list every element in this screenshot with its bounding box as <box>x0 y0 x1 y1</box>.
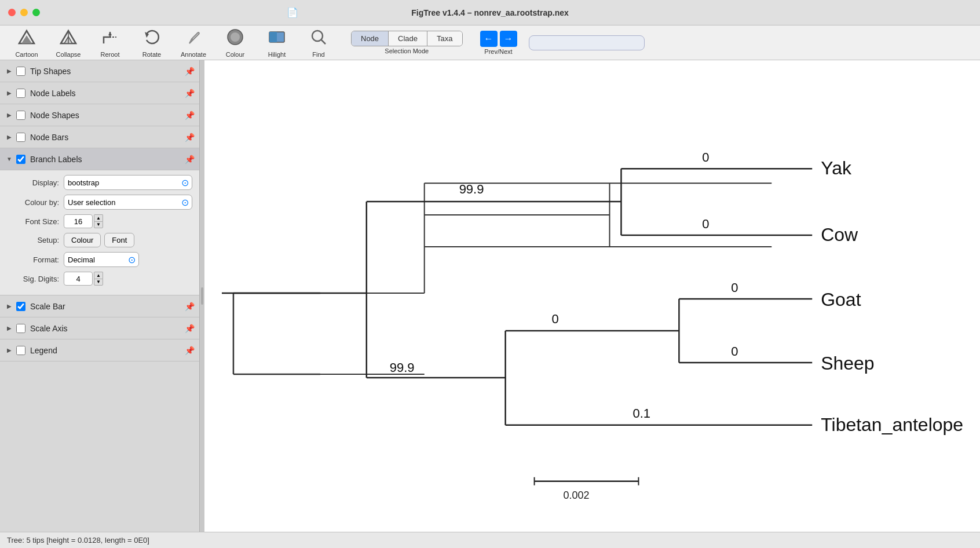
minimize-button[interactable] <box>20 9 28 16</box>
selection-mode-node[interactable]: Node <box>352 31 389 46</box>
taxon-cow: Cow <box>821 224 858 245</box>
expand-branch-labels[interactable]: ▼ <box>5 155 14 164</box>
maximize-button[interactable] <box>32 9 40 16</box>
label-node-shapes: Node Shapes <box>30 111 185 120</box>
sidebar: ▶ Tip Shapes 📌 ▶ Node Labels 📌 ▶ Node Sh… <box>0 60 200 532</box>
panel-row-setup: Setup: Colour Font <box>7 233 192 247</box>
format-label: Format: <box>7 255 59 264</box>
find-label: Find <box>312 51 324 58</box>
branch-labels-panel: Display: bootstrap posterior label ⊙ Col… <box>0 170 199 295</box>
toolbar: Cartoon Collapse Reroot Rotate Annotate … <box>0 25 980 60</box>
prev-button[interactable]: ← <box>480 31 498 47</box>
hilight-tool[interactable]: Hilight <box>256 26 298 60</box>
display-select-wrapper: bootstrap posterior label ⊙ <box>64 175 192 190</box>
rotate-icon <box>142 27 162 50</box>
branch-label-0-yak: 0 <box>702 150 709 165</box>
divider-handle <box>201 287 203 305</box>
panel-row-font-size: Font Size: ▲ ▼ <box>7 214 192 228</box>
colour-tool[interactable]: Colour <box>214 26 256 60</box>
expand-node-bars[interactable]: ▶ <box>5 133 14 142</box>
taxon-tibetan: Tibetan_antelope <box>821 414 963 435</box>
expand-scale-bar[interactable]: ▶ <box>5 302 14 311</box>
label-scale-axis: Scale Axis <box>30 324 185 333</box>
vertical-divider[interactable] <box>200 60 204 532</box>
font-size-down[interactable]: ▼ <box>94 221 103 228</box>
checkbox-node-shapes[interactable] <box>16 111 25 120</box>
main-content: ▶ Tip Shapes 📌 ▶ Node Labels 📌 ▶ Node Sh… <box>0 60 980 532</box>
expand-node-shapes[interactable]: ▶ <box>5 111 14 120</box>
reroot-tool[interactable]: Reroot <box>89 26 131 60</box>
font-size-label: Font Size: <box>7 217 59 226</box>
checkbox-legend[interactable] <box>16 346 25 355</box>
font-button[interactable]: Font <box>104 233 134 247</box>
cartoon-tool[interactable]: Cartoon <box>6 26 47 60</box>
pin-legend[interactable]: 📌 <box>185 346 195 355</box>
search-input[interactable] <box>529 35 645 50</box>
pin-node-bars[interactable]: 📌 <box>185 133 195 142</box>
hilight-icon <box>267 27 287 50</box>
sidebar-scroll: ▶ Tip Shapes 📌 ▶ Node Labels 📌 ▶ Node Sh… <box>0 60 199 532</box>
rotate-tool[interactable]: Rotate <box>131 26 173 60</box>
display-select[interactable]: bootstrap posterior label <box>64 175 192 190</box>
sidebar-row-scale-axis: ▶ Scale Axis 📌 <box>0 317 199 339</box>
scale-bar-label: 0.002 <box>564 489 590 501</box>
sidebar-row-scale-bar: ▶ Scale Bar 📌 <box>0 295 199 317</box>
format-select[interactable]: Decimal Scientific Integer <box>64 252 139 267</box>
reroot-icon <box>100 27 120 50</box>
colour-button[interactable]: Colour <box>64 233 101 247</box>
colour-icon <box>225 27 245 50</box>
sidebar-row-legend: ▶ Legend 📌 <box>0 339 199 361</box>
pin-branch-labels[interactable]: 📌 <box>185 155 195 164</box>
checkbox-scale-axis[interactable] <box>16 324 25 333</box>
sig-digits-down[interactable]: ▼ <box>94 279 103 286</box>
close-button[interactable] <box>8 9 16 16</box>
reroot-label: Reroot <box>100 51 119 58</box>
svg-line-12 <box>321 39 326 44</box>
format-select-wrapper: Decimal Scientific Integer ⊙ <box>64 252 139 267</box>
sidebar-row-node-bars: ▶ Node Bars 📌 <box>0 126 199 148</box>
doc-icon: 📄 <box>287 7 298 18</box>
font-size-stepper: ▲ ▼ <box>94 214 103 228</box>
checkbox-scale-bar[interactable] <box>16 302 25 311</box>
expand-legend[interactable]: ▶ <box>5 346 14 355</box>
expand-node-labels[interactable]: ▶ <box>5 89 14 98</box>
taxon-goat: Goat <box>821 289 861 310</box>
sidebar-row-branch-labels: ▼ Branch Labels 📌 <box>0 148 199 170</box>
checkbox-tip-shapes[interactable] <box>16 67 25 76</box>
annotate-label: Annotate <box>181 51 206 58</box>
hilight-label: Hilight <box>268 51 286 58</box>
cartoon-icon <box>17 27 36 50</box>
prev-next-buttons: ← → <box>480 31 517 47</box>
pin-scale-bar[interactable]: 📌 <box>185 302 195 311</box>
window-controls <box>8 9 40 16</box>
pin-node-labels[interactable]: 📌 <box>185 89 195 98</box>
pin-scale-axis[interactable]: 📌 <box>185 324 195 333</box>
sig-digits-up[interactable]: ▲ <box>94 272 103 279</box>
checkbox-node-bars[interactable] <box>16 133 25 142</box>
expand-scale-axis[interactable]: ▶ <box>5 324 14 333</box>
label-node-labels: Node Labels <box>30 89 185 98</box>
collapse-tool[interactable]: Collapse <box>47 26 89 60</box>
display-label: Display: <box>7 178 59 187</box>
find-tool[interactable]: Find <box>298 26 339 60</box>
font-size-input[interactable] <box>64 214 93 228</box>
pin-node-shapes[interactable]: 📌 <box>185 111 195 120</box>
annotate-tool[interactable]: Annotate <box>173 26 214 60</box>
colour-by-select[interactable]: User selection Fixed <box>64 195 192 210</box>
pin-tip-shapes[interactable]: 📌 <box>185 67 195 76</box>
checkbox-branch-labels[interactable] <box>16 155 25 164</box>
selection-mode-clade[interactable]: Clade <box>389 31 427 46</box>
tree-area: Yak Cow Goat Sheep Tibetan_antelope 99.9… <box>204 60 980 532</box>
checkbox-node-labels[interactable] <box>16 89 25 98</box>
sig-digits-label: Sig. Digits: <box>7 275 59 283</box>
colour-by-select-wrapper: User selection Fixed ⊙ <box>64 195 192 210</box>
selection-mode-buttons: Node Clade Taxa <box>351 31 463 46</box>
selection-mode-taxa[interactable]: Taxa <box>427 31 462 46</box>
expand-tip-shapes[interactable]: ▶ <box>5 67 14 76</box>
sidebar-row-node-labels: ▶ Node Labels 📌 <box>0 82 199 104</box>
prev-next-group: ← → Prev/Next <box>480 31 517 55</box>
next-button[interactable]: → <box>500 31 517 47</box>
sig-digits-input[interactable] <box>64 272 93 286</box>
taxon-sheep: Sheep <box>821 353 874 374</box>
font-size-up[interactable]: ▲ <box>94 214 103 221</box>
